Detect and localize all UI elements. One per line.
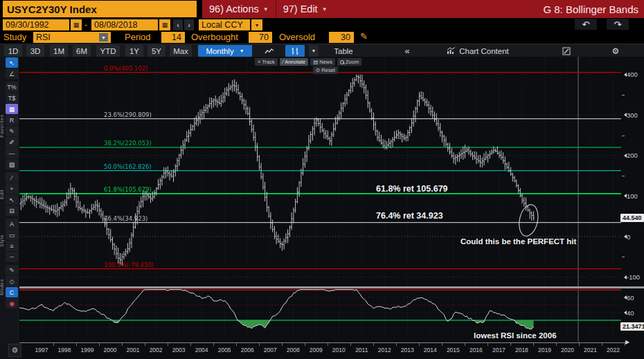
rectangle-icon[interactable]: ▭ (6, 230, 18, 240)
grid-chart-icon[interactable]: ▦ (6, 104, 18, 114)
sidebar-group-modes: Modes✎◇C◉ (0, 265, 18, 309)
frequency-select[interactable]: Monthly ▼ (198, 45, 252, 57)
bloomberg-chart-window: USYC2Y30Y Index 96) Actions ▼ 97) Edit ▼… (0, 0, 644, 359)
trendline-icon[interactable]: ∠ (6, 68, 18, 79)
calendar-icon[interactable]: ▦ (159, 19, 170, 30)
security-title[interactable]: USYC2Y30Y Index (3, 1, 197, 17)
chevron-down-icon: ▼ (99, 33, 108, 42)
range-button-6m[interactable]: 6M (73, 45, 91, 57)
track-button[interactable]: +Track (255, 58, 278, 66)
table-button[interactable]: Table (325, 45, 361, 57)
axis-tick-arrow-icon (622, 311, 627, 315)
pencil-icon[interactable]: ✎ (6, 126, 18, 136)
year-tick (282, 343, 283, 346)
channel-icon[interactable]: ▨ (6, 159, 18, 169)
date-to-input[interactable]: 08/08/2018 (91, 19, 158, 30)
dash-style-icon[interactable]: ┄ (6, 252, 18, 262)
rsi-oversold-fill (19, 290, 534, 329)
price-axis-minor-tick (622, 176, 625, 176)
horizontal-line-icon[interactable]: — (6, 148, 18, 158)
chart-content-button[interactable]: Chart Content (435, 45, 521, 57)
year-tick (533, 343, 534, 346)
edit-menu-button[interactable]: 97) Edit ▼ (276, 0, 334, 18)
magnet-icon[interactable]: C (6, 287, 18, 297)
sidebar-group: ↖∠ (0, 57, 18, 79)
chart-annotation-text[interactable]: 76.4% ret 34.923 (376, 211, 443, 221)
sidebar-group-label: Edit (0, 189, 4, 199)
year-tick (442, 343, 442, 346)
calendar-icon[interactable]: ▦ (71, 19, 82, 30)
range-button-1m[interactable]: 1M (50, 45, 68, 57)
redo-icon[interactable]: ↷ (607, 19, 629, 30)
year-tick (190, 343, 191, 346)
year-label-2014: 2014 (418, 347, 442, 353)
currency-select[interactable]: Local CCY (199, 19, 250, 30)
year-tick (602, 343, 602, 346)
annotate-pencil-icon[interactable]: ✎ (360, 31, 368, 42)
price-axis-minor-tick (622, 95, 625, 95)
actions-menu-label: 96) Actions (209, 3, 259, 15)
chart-annotation-text[interactable]: lowest RSI since 2006 (474, 331, 557, 340)
date-separator: - (84, 20, 87, 30)
collapse-panel-button[interactable]: « (398, 45, 416, 57)
bar-chart-type-icon[interactable] (285, 45, 305, 57)
slash-icon[interactable]: ⁄ (6, 172, 18, 183)
line-chart-type-icon[interactable] (260, 45, 278, 57)
year-tick (305, 343, 305, 346)
year-tick (488, 343, 488, 346)
range-button-max[interactable]: Max (170, 45, 192, 57)
select-plus-icon[interactable]: ↖ (6, 194, 18, 205)
text-style-icon[interactable]: A (6, 219, 18, 229)
text-dollar-icon[interactable]: T$ (6, 93, 18, 103)
currency-dropdown-caret[interactable]: ▼ (251, 19, 262, 30)
actions-menu-button[interactable]: 96) Actions ▼ (202, 0, 276, 18)
cursor-icon[interactable]: ↖ (6, 57, 18, 68)
undo-icon[interactable]: ↶ (575, 19, 597, 30)
node-icon[interactable]: ◇ (6, 276, 18, 286)
year-label-2009: 2009 (304, 347, 328, 353)
range-button-1y[interactable]: 1Y (125, 45, 143, 57)
axis-tick-arrow-icon (622, 234, 627, 239)
year-label-2016: 2016 (464, 347, 488, 353)
reset-button[interactable]: ⊙Reset (313, 66, 338, 74)
period-input[interactable]: 14 (161, 32, 185, 43)
range-button-ytd[interactable]: YTD (96, 45, 120, 57)
price-chart-canvas[interactable]: 0.0%(405.102)23.6%(290.809)38.2%(220.053… (19, 57, 621, 343)
fib-label-23.6%: 23.6%(290.809) (104, 111, 152, 118)
step-forward-button[interactable]: › (184, 19, 194, 30)
color-icon[interactable]: ◉ (6, 298, 18, 309)
study-select[interactable]: RSI ▼ (33, 32, 111, 43)
text-percent-icon[interactable]: T% (6, 82, 18, 92)
brush-icon[interactable]: ✐ (6, 137, 18, 147)
chevron-down-icon: ▼ (240, 48, 244, 53)
date-range-row: 09/30/1992 ▦ - 08/08/2018 ▦ ‹ › Local CC… (0, 19, 644, 31)
line-style-icon[interactable]: ≡ (6, 241, 18, 251)
year-label-2013: 2013 (395, 347, 419, 353)
axis-settings-gear-icon[interactable]: ⚙ (8, 344, 21, 357)
chart-plot-area[interactable]: 0.0%(405.102)23.6%(290.809)38.2%(220.053… (19, 57, 644, 359)
zoom-button[interactable]: Zoom (337, 58, 361, 66)
chart-annotation-text[interactable]: 61.8% ret 105.679 (376, 184, 448, 194)
panel-separator[interactable] (19, 286, 644, 288)
chart-type-dropdown-caret[interactable]: ▼ (309, 45, 319, 57)
magnifier-icon (340, 60, 344, 64)
year-label-2000: 2000 (98, 347, 122, 353)
draw-icon[interactable]: ✎ (6, 265, 18, 275)
step-back-button[interactable]: ‹ (173, 19, 183, 30)
move-icon[interactable]: + (6, 183, 18, 194)
edit-chart-icon[interactable] (558, 45, 575, 57)
date-from-input[interactable]: 09/30/1992 (3, 19, 69, 30)
gear-icon[interactable]: ⚙ (608, 45, 623, 57)
chart-annotation-text[interactable]: Could this be the PERFECT hit (460, 237, 576, 246)
range-button-3d[interactable]: 3D (26, 45, 44, 57)
delete-icon[interactable]: ⊟ (6, 205, 18, 216)
oversold-input[interactable]: 30 (329, 32, 354, 43)
price-axis-label: 200 (627, 151, 638, 159)
news-button[interactable]: ▤News (310, 58, 335, 66)
overbought-input[interactable]: 70 (249, 32, 272, 43)
annotate-button[interactable]: ∕Annotate (280, 58, 308, 66)
regression-icon[interactable]: R (6, 115, 18, 125)
fib-label-76.4%: 76.4%(34.923) (104, 215, 147, 222)
range-button-1d[interactable]: 1D (4, 45, 22, 57)
range-button-5y[interactable]: 5Y (147, 45, 166, 57)
